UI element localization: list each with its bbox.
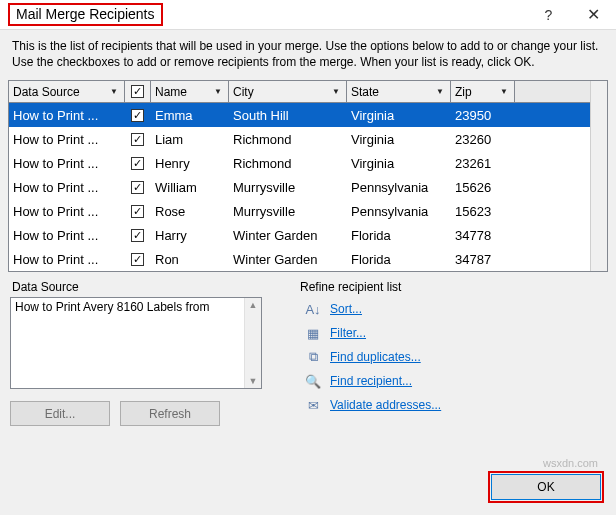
row-checkbox[interactable]: ✓ <box>131 205 144 218</box>
sort-icon: A↓ <box>304 301 322 317</box>
refresh-button[interactable]: Refresh <box>120 401 220 426</box>
validate-link-row: ✉ Validate addresses... <box>298 393 606 417</box>
sort-arrow-icon: ▼ <box>436 87 444 96</box>
duplicates-link-row: ⧉ Find duplicates... <box>298 345 606 369</box>
duplicates-icon: ⧉ <box>304 349 322 365</box>
col-city[interactable]: City ▼ <box>229 81 347 102</box>
window-title: Mail Merge Recipients <box>8 3 163 26</box>
data-source-item[interactable]: How to Print Avery 8160 Labels from <box>11 298 244 388</box>
refine-panel: Refine recipient list A↓ Sort... ▦ Filte… <box>298 280 606 426</box>
col-checkbox-all[interactable]: ✓ <box>125 81 151 102</box>
col-data-source[interactable]: Data Source ▼ <box>9 81 125 102</box>
edit-button[interactable]: Edit... <box>10 401 110 426</box>
row-checkbox[interactable]: ✓ <box>131 157 144 170</box>
sort-link-row: A↓ Sort... <box>298 297 606 321</box>
ok-button[interactable]: OK <box>491 474 601 500</box>
sort-arrow-icon: ▼ <box>500 87 508 96</box>
col-name[interactable]: Name ▼ <box>151 81 229 102</box>
table-row[interactable]: How to Print ... ✓ Rose Murrysville Penn… <box>9 199 590 223</box>
scroll-down-icon[interactable]: ▼ <box>249 376 258 386</box>
table-row[interactable]: How to Print ... ✓ William Murrysville P… <box>9 175 590 199</box>
recipients-table: Data Source ▼ ✓ Name ▼ City ▼ State ▼ Zi… <box>8 80 608 272</box>
check-all-icon[interactable]: ✓ <box>131 85 144 98</box>
watermark: wsxdn.com <box>543 457 598 469</box>
find-recipient-link[interactable]: Find recipient... <box>330 374 412 388</box>
table-row[interactable]: How to Print ... ✓ Henry Richmond Virgin… <box>9 151 590 175</box>
col-state[interactable]: State ▼ <box>347 81 451 102</box>
table-row[interactable]: How to Print ... ✓ Emma South Hill Virgi… <box>9 103 590 127</box>
close-button[interactable]: ✕ <box>571 0 616 30</box>
data-source-label: Data Source <box>10 280 278 294</box>
sort-arrow-icon: ▼ <box>214 87 222 96</box>
row-checkbox[interactable]: ✓ <box>131 229 144 242</box>
recipient-link-row: 🔍 Find recipient... <box>298 369 606 393</box>
row-checkbox[interactable]: ✓ <box>131 109 144 122</box>
instructions-text: This is the list of recipients that will… <box>0 30 616 80</box>
refine-label: Refine recipient list <box>298 280 606 294</box>
titlebar: Mail Merge Recipients ? ✕ <box>0 0 616 30</box>
row-checkbox[interactable]: ✓ <box>131 253 144 266</box>
col-zip[interactable]: Zip ▼ <box>451 81 515 102</box>
sort-arrow-icon: ▼ <box>332 87 340 96</box>
find-duplicates-link[interactable]: Find duplicates... <box>330 350 421 364</box>
filter-link-row: ▦ Filter... <box>298 321 606 345</box>
help-button[interactable]: ? <box>526 0 571 30</box>
data-source-listbox[interactable]: How to Print Avery 8160 Labels from ▲ ▼ <box>10 297 262 389</box>
validate-addresses-link[interactable]: Validate addresses... <box>330 398 441 412</box>
listbox-scrollbar[interactable]: ▲ ▼ <box>244 298 261 388</box>
table-row[interactable]: How to Print ... ✓ Liam Richmond Virgini… <box>9 127 590 151</box>
table-row[interactable]: How to Print ... ✓ Ron Winter Garden Flo… <box>9 247 590 271</box>
vertical-scrollbar[interactable] <box>590 81 607 271</box>
table-row[interactable]: How to Print ... ✓ Harry Winter Garden F… <box>9 223 590 247</box>
filter-icon: ▦ <box>304 325 322 341</box>
row-checkbox[interactable]: ✓ <box>131 133 144 146</box>
validate-icon: ✉ <box>304 397 322 413</box>
scroll-up-icon[interactable]: ▲ <box>249 300 258 310</box>
filter-link[interactable]: Filter... <box>330 326 366 340</box>
sort-link[interactable]: Sort... <box>330 302 362 316</box>
find-recipient-icon: 🔍 <box>304 373 322 389</box>
table-header: Data Source ▼ ✓ Name ▼ City ▼ State ▼ Zi… <box>9 81 590 103</box>
ok-highlight: OK <box>488 471 604 503</box>
data-source-panel: Data Source How to Print Avery 8160 Labe… <box>10 280 278 426</box>
sort-arrow-icon: ▼ <box>110 87 118 96</box>
row-checkbox[interactable]: ✓ <box>131 181 144 194</box>
